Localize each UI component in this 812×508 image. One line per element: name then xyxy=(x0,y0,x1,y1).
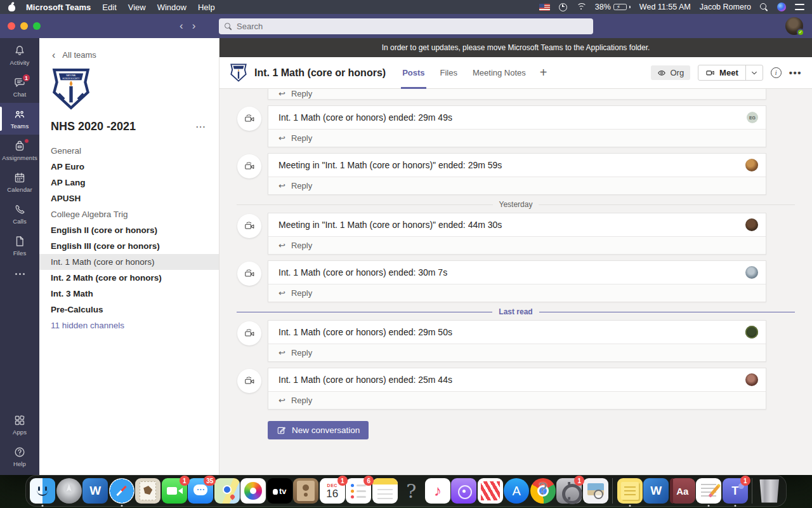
menu-app-name[interactable]: Microsoft Teams xyxy=(26,3,91,12)
main-content: In order to get updates, please move Mic… xyxy=(219,38,812,475)
dock-chrome-icon[interactable]: ? xyxy=(530,478,556,504)
rail-more-apps-button[interactable] xyxy=(0,262,39,286)
search-input[interactable] xyxy=(237,22,587,31)
channel-info-icon[interactable]: i xyxy=(771,67,782,78)
meet-button-main[interactable]: Meet xyxy=(698,65,745,80)
back-to-all-teams[interactable]: ‹ All teams xyxy=(39,38,219,60)
tab-posts[interactable]: Posts xyxy=(401,57,426,89)
rail-item-files[interactable]: Files xyxy=(0,230,39,262)
reply-button[interactable]: Reply xyxy=(268,284,766,302)
channel-more-options-icon[interactable]: ••• xyxy=(789,67,802,78)
channel-int-3-math[interactable]: Int. 3 Math xyxy=(39,286,219,302)
channel-english-2[interactable]: English II (core or honors) xyxy=(39,222,219,238)
org-button[interactable]: Org xyxy=(651,65,690,80)
input-source-flag-icon[interactable] xyxy=(539,4,550,11)
dock-photos-icon[interactable] xyxy=(240,478,266,504)
dock-launchpad-icon[interactable] xyxy=(56,478,82,504)
channel-int-1-math[interactable]: Int. 1 Math (core or honors) xyxy=(39,254,219,270)
apple-logo-icon[interactable] xyxy=(8,3,16,12)
menu-edit[interactable]: Edit xyxy=(102,3,116,12)
menu-user-name[interactable]: Jacob Romero xyxy=(700,3,751,11)
minimize-window-button[interactable] xyxy=(20,22,28,30)
dock-word-icon[interactable]: W xyxy=(82,478,108,504)
dock-podcasts-icon[interactable] xyxy=(451,478,476,504)
dock-reminders-icon[interactable]: 6 xyxy=(346,478,371,504)
dock-contacts-icon[interactable] xyxy=(293,478,318,504)
rail-item-activity[interactable]: Activity xyxy=(0,39,39,71)
reply-button[interactable]: Reply xyxy=(268,177,766,194)
dock-preview-icon[interactable] xyxy=(583,478,608,504)
nav-back-icon[interactable]: ‹ xyxy=(180,20,183,32)
spotlight-search-icon[interactable] xyxy=(760,3,768,11)
dock-music-icon[interactable]: ♪ xyxy=(425,478,450,504)
add-tab-button[interactable]: + xyxy=(540,57,547,89)
tab-files[interactable]: Files xyxy=(439,57,459,89)
battery-indicator[interactable]: 38% ⚡ xyxy=(595,3,631,11)
channel-ap-lang[interactable]: AP Lang xyxy=(39,175,219,190)
search-bar[interactable] xyxy=(219,18,593,34)
dock-safari-icon[interactable] xyxy=(109,478,134,504)
reply-button[interactable]: Reply xyxy=(268,129,766,147)
menu-view[interactable]: View xyxy=(128,3,146,12)
wifi-icon[interactable] xyxy=(576,3,586,11)
dock-dictionary-icon[interactable]: Aa xyxy=(670,478,695,504)
dock-stickies-icon[interactable] xyxy=(617,478,643,504)
time-machine-icon[interactable] xyxy=(559,3,567,11)
dock-notes-icon[interactable] xyxy=(372,478,398,504)
dock-app-store-icon[interactable]: A xyxy=(504,478,529,504)
menu-window[interactable]: Window xyxy=(157,3,187,12)
dock-word-2-icon[interactable]: W xyxy=(643,478,669,504)
channel-english-3[interactable]: English III (core or honors) xyxy=(39,238,219,254)
user-avatar[interactable]: ✓ xyxy=(785,17,803,35)
reply-button[interactable]: Reply xyxy=(268,344,766,361)
dock-teams-icon[interactable]: 1T xyxy=(723,478,748,504)
dock-missing-app-icon[interactable]: ? xyxy=(398,478,424,504)
rail-item-calendar[interactable]: Calendar xyxy=(0,166,39,198)
close-window-button[interactable] xyxy=(8,22,15,30)
rail-item-assignments[interactable]: Assignments xyxy=(0,135,39,166)
menu-help[interactable]: Help xyxy=(198,3,215,12)
avatar-photo xyxy=(745,159,758,171)
divider-last-read: Last read xyxy=(237,307,795,316)
dock-textedit-icon[interactable] xyxy=(696,478,721,504)
menu-clock[interactable]: Wed 11:55 AM xyxy=(639,3,691,11)
channel-ap-euro[interactable]: AP Euro xyxy=(39,159,219,175)
rail-item-apps[interactable]: Apps xyxy=(0,411,39,443)
dock-facetime-icon[interactable]: 1 xyxy=(162,478,187,504)
dock-messages-icon[interactable]: 35 xyxy=(188,478,213,504)
dock-calendar-icon[interactable]: 1DEC16 xyxy=(320,478,345,504)
notification-center-icon[interactable] xyxy=(795,4,804,10)
message-text: Int. 1 Math (core or honors) ended: 29m … xyxy=(278,112,452,123)
nav-forward-icon[interactable]: › xyxy=(192,20,196,32)
dock-maps-icon[interactable] xyxy=(214,478,240,504)
dock-mail-icon[interactable] xyxy=(135,478,160,504)
rail-item-help[interactable]: Help xyxy=(0,443,39,475)
reply-button[interactable]: Reply xyxy=(268,391,766,409)
channel-general[interactable]: General xyxy=(39,143,219,159)
channel-header: Int. 1 Math (core or honors) Posts Files… xyxy=(219,57,812,89)
dock-system-preferences-icon[interactable]: 1 xyxy=(556,478,582,504)
siri-icon[interactable] xyxy=(777,3,786,11)
meet-button[interactable]: Meet xyxy=(698,65,763,81)
team-more-options-icon[interactable]: ⋯ xyxy=(195,121,206,133)
tab-meeting-notes[interactable]: Meeting Notes xyxy=(471,57,527,89)
dock-news-icon[interactable] xyxy=(478,478,503,504)
rail-item-teams[interactable]: Teams xyxy=(0,103,39,135)
team-logo-nhs[interactable]: NATIONAL HONOR SOCIETY xyxy=(51,68,91,110)
dock-apple-tv-icon[interactable]: tv xyxy=(267,478,292,504)
dock-trash-icon[interactable] xyxy=(759,479,780,503)
channel-college-algebra-trig[interactable]: College Algebra Trig xyxy=(39,206,219,222)
reply-button[interactable]: Reply xyxy=(268,89,766,100)
dock-finder-icon[interactable] xyxy=(30,478,55,504)
channel-int-2-math[interactable]: Int. 2 Math (core or honors) xyxy=(39,270,219,286)
rail-item-calls[interactable]: Calls xyxy=(0,198,39,230)
rail-item-chat[interactable]: 1 Chat xyxy=(0,71,39,103)
channel-apush[interactable]: APUSH xyxy=(39,190,219,206)
zoom-window-button[interactable] xyxy=(33,22,41,30)
hidden-channels-link[interactable]: 11 hidden channels xyxy=(39,318,219,333)
meet-dropdown-button[interactable] xyxy=(746,65,763,80)
channel-pre-calculus[interactable]: Pre-Calculus xyxy=(39,302,219,318)
reply-button[interactable]: Reply xyxy=(268,236,766,254)
new-conversation-button[interactable]: New conversation xyxy=(268,421,369,439)
post-message: Int. 1 Math (core or honors) ended: 29m … xyxy=(268,320,766,362)
